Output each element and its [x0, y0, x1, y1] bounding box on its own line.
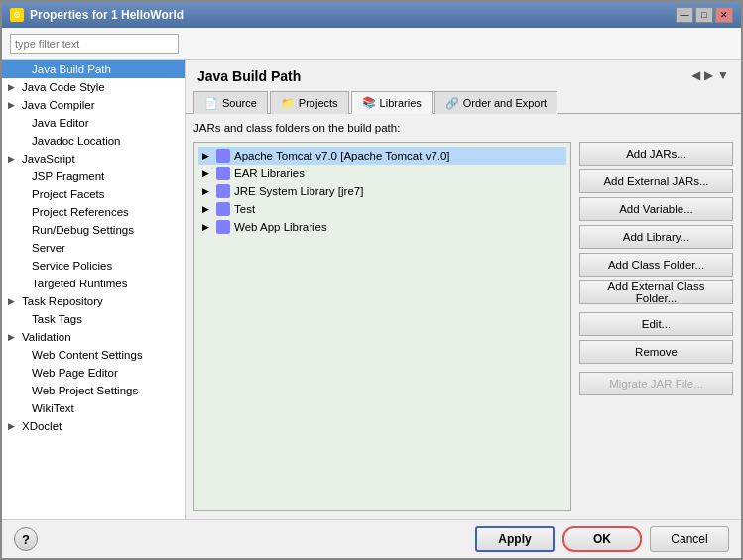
tab-label: Order and Export [463, 97, 547, 109]
sidebar-item-label: Java Code Style [22, 81, 105, 93]
sidebar-item-label: Java Build Path [32, 63, 111, 75]
tree-arrow-icon: ▶ [202, 204, 212, 214]
sidebar-item-11[interactable]: Service Policies [2, 257, 185, 275]
sidebar-item-9[interactable]: Run/Debug Settings [2, 221, 185, 239]
title-controls: — □ ✕ [676, 7, 733, 23]
nav-forward-button[interactable]: ▶ [704, 68, 713, 82]
tree-item-3[interactable]: ▶Test [198, 200, 566, 218]
sidebar-item-label: JavaScript [22, 153, 75, 165]
tree-arrow-icon: ▶ [202, 186, 212, 196]
tab-projects[interactable]: 📁Projects [270, 91, 349, 114]
add-library-button[interactable]: Add Library... [579, 225, 733, 249]
minimize-button[interactable]: — [676, 7, 693, 23]
close-button[interactable]: ✕ [715, 7, 733, 23]
nav-back-button[interactable]: ◀ [691, 68, 700, 82]
tab-label: Projects [299, 97, 338, 109]
tab-order-and-export[interactable]: 🔗Order and Export [434, 91, 557, 114]
sidebar-item-15[interactable]: ▶Validation [2, 328, 185, 346]
tree-item-label: Test [234, 203, 255, 215]
buttons-panel: Add JARs...Add External JARs...Add Varia… [579, 142, 733, 511]
sidebar-scroll: Java Build Path▶Java Code Style▶Java Com… [2, 60, 185, 435]
nav-dropdown-button[interactable]: ▼ [717, 68, 729, 82]
bottom-bar: ? Apply OK Cancel [2, 519, 741, 558]
ok-button[interactable]: OK [562, 526, 642, 552]
add-jars-button[interactable]: Add JARs... [579, 142, 733, 166]
title-bar-left: ⚙ Properties for 1 HelloWorld [10, 8, 184, 22]
tree-item-icon [216, 167, 230, 180]
tree-arrow-icon: ▶ [202, 222, 212, 232]
sidebar-item-16[interactable]: Web Content Settings [2, 346, 185, 364]
sidebar-item-10[interactable]: Server [2, 239, 185, 257]
add-external-jars-button[interactable]: Add External JARs... [579, 169, 733, 193]
remove-button[interactable]: Remove [579, 340, 733, 364]
sidebar-item-18[interactable]: Web Project Settings [2, 382, 185, 399]
add-class-folder-button[interactable]: Add Class Folder... [579, 253, 733, 277]
sidebar-item-label: Targeted Runtimes [32, 278, 128, 289]
sidebar-arrow-icon: ▶ [8, 332, 18, 342]
sidebar-item-5[interactable]: ▶JavaScript [2, 150, 185, 168]
sidebar-item-6[interactable]: JSP Fragment [2, 168, 185, 185]
cancel-button[interactable]: Cancel [650, 526, 729, 552]
sidebar-item-3[interactable]: Java Editor [2, 114, 185, 132]
filter-bar [2, 28, 741, 60]
sidebar-item-label: Project References [32, 206, 129, 218]
tree-item-icon [216, 184, 230, 198]
sidebar-item-7[interactable]: Project Facets [2, 185, 185, 203]
tree-item-label: Apache Tomcat v7.0 [Apache Tomcat v7.0] [234, 150, 450, 162]
sidebar-item-1[interactable]: ▶Java Code Style [2, 78, 185, 96]
sidebar-item-label: Java Editor [32, 117, 89, 129]
apply-button[interactable]: Apply [475, 526, 555, 552]
tree-arrow-icon: ▶ [202, 168, 212, 178]
sidebar-item-label: JSP Fragment [32, 170, 104, 182]
main-window: ⚙ Properties for 1 HelloWorld — □ ✕ Java… [0, 0, 743, 560]
tree-item-label: EAR Libraries [234, 168, 305, 179]
panel-content: JARs and class folders on the build path… [186, 114, 741, 519]
sidebar-item-20[interactable]: ▶XDoclet [2, 417, 185, 435]
sidebar-item-19[interactable]: WikiText [2, 399, 185, 417]
sidebar-item-14[interactable]: Task Tags [2, 310, 185, 328]
tree-item-4[interactable]: ▶Web App Libraries [198, 218, 566, 236]
subheader-text: JARs and class folders on the build path… [193, 122, 733, 134]
sidebar-item-label: Run/Debug Settings [32, 224, 134, 236]
filter-input[interactable] [10, 34, 179, 54]
tree-item-icon [216, 149, 230, 163]
tree-item-0[interactable]: ▶Apache Tomcat v7.0 [Apache Tomcat v7.0] [198, 147, 566, 165]
tab-source[interactable]: 📄Source [193, 91, 268, 114]
add-variable-button[interactable]: Add Variable... [579, 197, 733, 221]
tab-label: Libraries [380, 97, 422, 109]
sidebar-item-12[interactable]: Targeted Runtimes [2, 275, 185, 292]
sidebar-item-label: Server [32, 242, 65, 254]
title-bar: ⚙ Properties for 1 HelloWorld — □ ✕ [2, 2, 741, 28]
tree-item-1[interactable]: ▶EAR Libraries [198, 165, 566, 182]
tab-libraries[interactable]: 📚Libraries [351, 91, 433, 114]
sidebar: Java Build Path▶Java Code Style▶Java Com… [2, 60, 186, 519]
sidebar-item-label: Web Page Editor [32, 367, 118, 379]
sidebar-item-label: Javadoc Location [32, 135, 121, 147]
tab-icon: 📄 [204, 97, 218, 110]
sidebar-arrow-icon: ▶ [8, 82, 18, 92]
tree-item-icon [216, 220, 230, 234]
sidebar-item-label: Service Policies [32, 260, 112, 272]
maximize-button[interactable]: □ [695, 7, 713, 23]
sidebar-item-13[interactable]: ▶Task Repository [2, 292, 185, 310]
tree-panel: ▶Apache Tomcat v7.0 [Apache Tomcat v7.0]… [193, 142, 571, 511]
sidebar-item-label: Web Project Settings [32, 385, 138, 396]
help-button[interactable]: ? [14, 527, 38, 551]
sidebar-item-label: WikiText [32, 402, 74, 414]
sidebar-arrow-icon: ▶ [8, 100, 18, 110]
sidebar-item-0[interactable]: Java Build Path [2, 60, 185, 78]
tree-item-label: JRE System Library [jre7] [234, 185, 363, 197]
sidebar-item-17[interactable]: Web Page Editor [2, 364, 185, 382]
tree-item-2[interactable]: ▶JRE System Library [jre7] [198, 182, 566, 200]
sidebar-item-2[interactable]: ▶Java Compiler [2, 96, 185, 114]
sidebar-item-4[interactable]: Javadoc Location [2, 132, 185, 150]
add-external-class-folder-button[interactable]: Add External Class Folder... [579, 280, 733, 304]
sidebar-item-label: Task Repository [22, 295, 103, 307]
sidebar-item-label: Validation [22, 331, 71, 343]
right-panel: Java Build Path 📄Source📁Projects📚Librari… [186, 60, 741, 519]
sidebar-item-8[interactable]: Project References [2, 203, 185, 221]
tab-icon: 📁 [281, 97, 295, 110]
sidebar-item-label: Project Facets [32, 188, 105, 200]
edit-button[interactable]: Edit... [579, 312, 733, 336]
content-split: ▶Apache Tomcat v7.0 [Apache Tomcat v7.0]… [193, 142, 733, 511]
